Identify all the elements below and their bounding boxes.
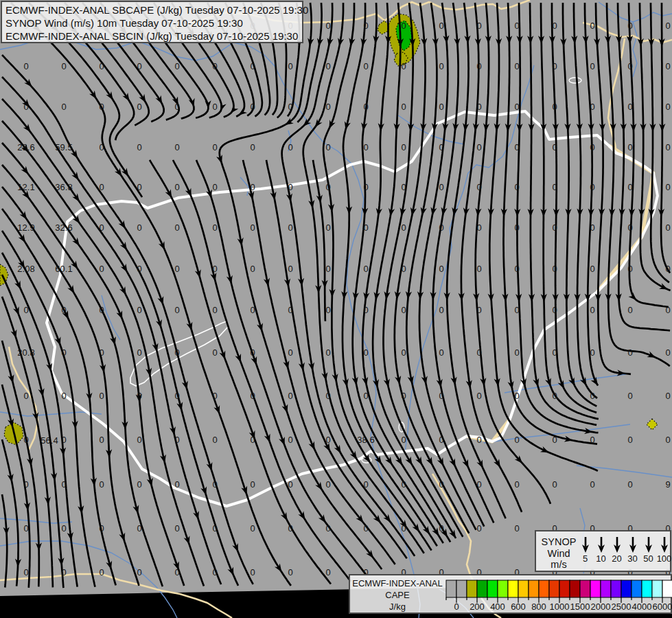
cape-tick-label: 2000 (591, 602, 611, 612)
grid-value: 0 (99, 479, 104, 490)
header-line-wind: SYNOP Wind (m/s) 10m Tuesday 07-10-2025 … (5, 16, 299, 30)
grid-value: 0 (325, 305, 330, 315)
grid-value: 0 (61, 435, 66, 445)
grid-value: 0 (552, 182, 557, 192)
grid-value: 32.6 (55, 222, 72, 233)
cape-tick-label: 6000 (653, 602, 672, 612)
grid-value: 0 (627, 435, 632, 445)
grid-value: 0 (363, 182, 368, 192)
grid-value: 0 (363, 61, 368, 71)
grid-value: 0 (590, 264, 594, 274)
grid-value: 0 (212, 567, 217, 577)
grid-value: 0 (174, 479, 179, 490)
grid-value: 0 (363, 305, 368, 315)
grid-value: 0 (401, 222, 406, 233)
grid-value: 0 (212, 61, 217, 71)
grid-value: 0 (665, 305, 670, 315)
grid-value: 0 (590, 61, 594, 71)
cape-swatch (642, 580, 652, 597)
cape-swatch (518, 580, 529, 597)
grid-value: 0 (174, 391, 179, 401)
grid-value: 12.9 (17, 222, 34, 233)
grid-value: 0 (137, 479, 141, 490)
grid-value: 0 (174, 264, 179, 274)
grid-value: 0 (439, 523, 443, 534)
cape-swatch (477, 580, 487, 597)
grid-value: 0 (665, 391, 670, 401)
grid-value: 59.5 (55, 142, 72, 152)
grid-value: 0 (23, 567, 28, 577)
grid-value: 0 (439, 479, 443, 490)
grid-value: 0 (288, 142, 292, 152)
cape-swatch (601, 580, 611, 597)
grid-value: 0 (514, 391, 519, 401)
grid-value: 0 (552, 21, 557, 31)
grid-value: 0 (250, 222, 255, 233)
grid-value: 0 (61, 61, 66, 71)
grid-value: 0 (439, 305, 443, 315)
grid-value: 0 (23, 61, 28, 71)
grid-value: 0 (23, 435, 28, 445)
grid-value: 0 (665, 61, 670, 71)
grid-value: 0 (23, 523, 28, 534)
grid-value: 0 (99, 391, 104, 401)
grid-value: 0 (476, 61, 481, 71)
grid-value: 0 (552, 479, 557, 490)
wind-arrow-item: 20 (609, 535, 625, 564)
weather-map-app: 00028.612.112.92.08020.80000000059.536.8… (0, 0, 672, 618)
grid-value: 0 (325, 435, 330, 445)
grid-value: 0 (99, 182, 104, 192)
grid-value: 0 (288, 347, 292, 358)
grid-value: 0 (288, 567, 292, 577)
grid-value: 36.8 (55, 182, 72, 192)
cape-tick-label: 1000 (550, 602, 570, 612)
grid-value: 0 (212, 479, 217, 490)
header-box: ECMWF-INDEX-ANAL SBCAPE (J/kg) Tuesday 0… (1, 1, 303, 43)
grid-value: 0 (514, 21, 519, 31)
grid-value: 0 (590, 347, 594, 358)
header-line-sbcin: ECMWF-INDEX-ANAL SBCIN (J/kg) Tuesday 07… (5, 30, 299, 43)
grid-value: 0 (665, 21, 670, 31)
cape-swatch (467, 580, 477, 597)
grid-value: 0 (137, 347, 141, 358)
grid-value: 0 (476, 523, 481, 534)
wind-arrow-item: 100 (656, 535, 672, 564)
grid-value: 0 (401, 347, 406, 358)
grid-value: 0 (401, 435, 406, 445)
grid-value: 0 (250, 523, 255, 534)
weather-map: 00028.612.112.92.08020.80000000059.536.8… (0, 0, 672, 618)
station-value: 56.4 (40, 435, 58, 446)
grid-value: 0 (250, 435, 255, 445)
grid-value: 0 (590, 435, 594, 445)
grid-value: 0 (250, 61, 255, 71)
grid-value: 0 (288, 479, 292, 490)
grid-value: 0 (476, 391, 481, 401)
grid-value: 0 (325, 21, 330, 31)
grid-value: 0 (363, 479, 368, 490)
grid-value: 0 (250, 305, 255, 315)
wind-legend-arrows: 510203050100 (577, 535, 672, 564)
grid-value: 0 (514, 347, 519, 358)
grid-value: 0 (552, 142, 557, 152)
grid-value: 0 (627, 61, 632, 71)
cape-swatch (611, 580, 621, 597)
grid-value: 0 (137, 567, 141, 577)
grid-value: 0 (590, 305, 594, 315)
grid-value: 28.6 (17, 142, 34, 152)
grid-value: 0 (61, 102, 66, 112)
grid-value: 0 (99, 567, 104, 577)
grid-value: 0 (665, 435, 670, 445)
grid-value: 0 (325, 142, 330, 152)
grid-value: 0 (627, 102, 632, 112)
grid-value: 0 (363, 391, 368, 401)
cape-tick-label: 0 (454, 602, 459, 612)
grid-value: 0 (137, 264, 141, 274)
grid-value: 0 (514, 435, 519, 445)
cape-swatch (498, 580, 508, 597)
cape-swatch (446, 580, 456, 597)
grid-value: 0 (476, 264, 481, 274)
cape-swatch (456, 580, 467, 597)
wind-legend-subtitle: Wind (539, 548, 579, 560)
grid-value: 0 (476, 21, 481, 31)
grid-value: 0 (590, 222, 594, 233)
